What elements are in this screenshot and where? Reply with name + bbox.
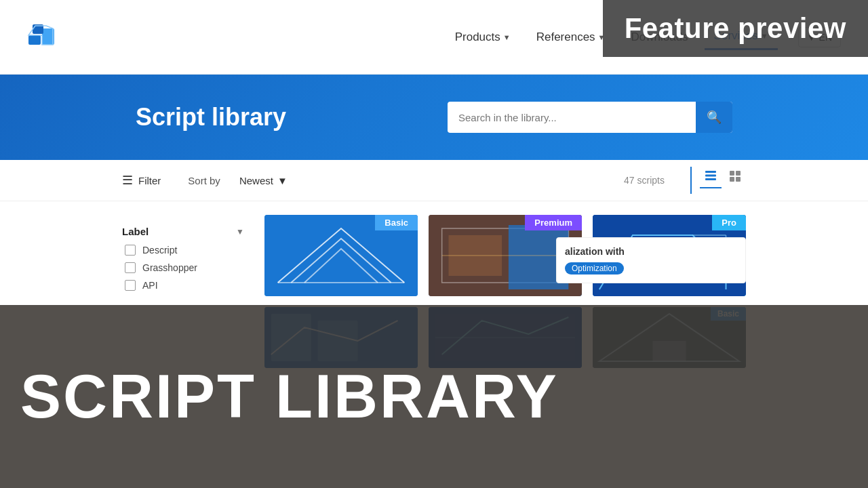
search-icon: 🔍 — [707, 110, 722, 125]
logo-area — [27, 22, 61, 52]
descript-label: Descript — [142, 245, 177, 256]
hero-banner: Script library 🔍 — [0, 75, 868, 160]
partial-card-title: alization with — [565, 246, 737, 257]
api-checkbox[interactable] — [125, 280, 136, 291]
large-overlay-text: SCRIPT LIBRARY — [20, 362, 559, 432]
grid-view-button[interactable] — [724, 167, 746, 188]
svg-rect-4 — [705, 171, 716, 173]
nav-references-label: References — [536, 30, 595, 44]
view-toggle — [685, 167, 746, 194]
search-input[interactable] — [448, 104, 696, 131]
svg-rect-0 — [28, 35, 41, 45]
list-view-button[interactable] — [700, 167, 722, 188]
sidebar-label-header[interactable]: Label ▼ — [122, 222, 244, 241]
svg-rect-7 — [730, 171, 734, 176]
feature-preview-text: Feature preview — [625, 12, 846, 44]
api-label: API — [142, 280, 158, 291]
sidebar-section-label: Label ▼ Descript Grasshopper API — [122, 222, 244, 294]
script-card-1[interactable]: Basic — [264, 215, 418, 296]
sidebar-label-chevron: ▼ — [236, 227, 244, 237]
search-bar: 🔍 — [448, 102, 732, 133]
nav-products[interactable]: Products ▼ — [446, 25, 520, 49]
grasshopper-checkbox[interactable] — [125, 262, 136, 273]
logo-icon — [27, 22, 61, 52]
filter-grasshopper[interactable]: Grasshopper — [122, 259, 244, 277]
sort-by-label: Sort by — [188, 175, 220, 186]
toolbar: ☰ Filter Sort by Newest ▼ 47 scripts — [0, 160, 868, 201]
filter-icon: ☰ — [122, 173, 133, 188]
partial-title-text: alization with — [565, 246, 625, 257]
nav-references[interactable]: References ▼ — [527, 25, 615, 49]
view-divider — [690, 167, 692, 194]
filter-descript[interactable]: Descript — [122, 241, 244, 259]
sort-value: Newest — [239, 175, 273, 186]
page-title: Script library — [136, 103, 286, 131]
grasshopper-label: Grasshopper — [142, 262, 197, 273]
card-1-badge: Basic — [375, 215, 418, 230]
scripts-count: 47 scripts — [624, 175, 665, 186]
list-icon — [704, 169, 717, 186]
large-overlay: SCRIPT LIBRARY — [0, 305, 868, 488]
filter-api[interactable]: API — [122, 277, 244, 294]
nav-products-label: Products — [455, 30, 500, 44]
descript-checkbox[interactable] — [125, 245, 136, 256]
filter-button[interactable]: ☰ Filter — [122, 173, 161, 188]
feature-preview-banner: Feature preview — [603, 0, 868, 57]
svg-rect-8 — [736, 171, 741, 176]
svg-rect-5 — [705, 174, 716, 176]
svg-rect-6 — [705, 178, 716, 180]
nav-products-chevron: ▼ — [503, 33, 511, 41]
filter-label: Filter — [138, 175, 161, 186]
sidebar-label-title: Label — [122, 226, 149, 237]
svg-rect-10 — [736, 177, 741, 182]
svg-rect-9 — [730, 177, 734, 182]
sort-chevron-icon: ▼ — [277, 175, 288, 186]
card-2-badge: Premium — [525, 215, 582, 230]
partial-card: alization with Optimization — [556, 237, 746, 283]
card-3-badge: Pro — [712, 215, 746, 230]
search-button[interactable]: 🔍 — [696, 102, 732, 133]
sort-select[interactable]: Newest ▼ — [234, 172, 293, 189]
grid-icon — [728, 169, 742, 186]
partial-tag: Optimization — [565, 262, 624, 274]
